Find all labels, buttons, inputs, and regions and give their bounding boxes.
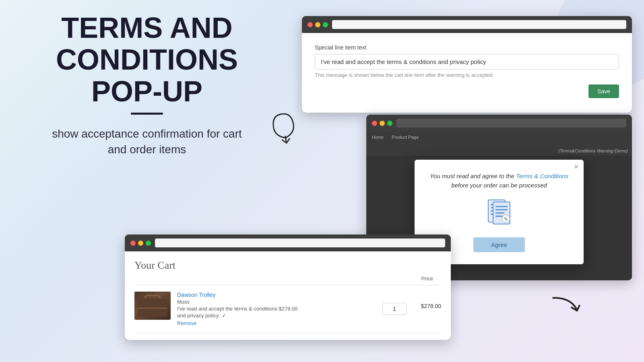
agree-button[interactable]: Agree — [473, 237, 525, 252]
title-line1: TERMS AND — [18, 12, 276, 44]
browser-toolbar-mid — [366, 115, 632, 132]
document-icon: ✎ — [485, 198, 513, 226]
left-panel: TERMS AND CONDITIONS POP-UP show accepta… — [18, 12, 276, 157]
traffic-lights-mid — [372, 121, 392, 126]
field-hint: This message is shown below the cart lin… — [315, 72, 619, 78]
close-button-top[interactable] — [308, 22, 313, 27]
traffic-lights-top — [308, 22, 328, 27]
save-button[interactable]: Save — [588, 84, 619, 98]
close-button-bot[interactable] — [130, 241, 136, 246]
svg-text:✎: ✎ — [504, 216, 508, 222]
price-column-header: Price — [421, 276, 433, 282]
svg-rect-6 — [495, 206, 508, 207]
main-title: TERMS AND CONDITIONS POP-UP — [18, 12, 276, 108]
modal-icon-area: ✎ — [426, 198, 572, 228]
product-variant: Moss — [177, 299, 376, 305]
traffic-lights-bot — [130, 241, 151, 246]
admin-content-top: Special line item text This message is s… — [302, 33, 632, 113]
nav-home[interactable]: Home — [372, 135, 384, 140]
modal-text-after: before your order can be processed — [451, 182, 547, 189]
bag-strap — [138, 308, 167, 309]
remove-item-link[interactable]: Remove — [177, 320, 196, 326]
product-image — [134, 292, 171, 320]
bottom-arrow-icon — [548, 286, 587, 330]
maximize-button-bot[interactable] — [146, 241, 151, 246]
close-button-mid[interactable] — [372, 121, 377, 126]
nav-product[interactable]: Product Page — [392, 135, 419, 140]
store-nav: Home Product Page — [366, 132, 632, 143]
subtitle: show acceptance confirmation for cartand… — [18, 126, 276, 157]
special-line-item-input[interactable] — [315, 54, 619, 70]
cart-content: Your Cart Price Dawson Trolley Moss I've… — [125, 251, 451, 340]
modal-message: You must read and agree to the Terms & C… — [426, 172, 572, 190]
terms-link[interactable]: Terms & Conditions — [516, 173, 568, 179]
browser-toolbar-bot — [125, 234, 451, 251]
warning-demo-label: {Terms&Conditions Warning Demo} — [558, 148, 628, 153]
minimize-button-mid[interactable] — [380, 121, 385, 126]
title-line3: POP-UP — [18, 76, 276, 107]
cart-page-window: Your Cart Price Dawson Trolley Moss I've… — [125, 234, 451, 340]
special-line-item-label: Special line item text — [315, 44, 619, 51]
modal-close-button[interactable]: ✕ — [574, 163, 579, 171]
terms-accepted-text: I've read and accept the terms & conditi… — [177, 306, 376, 312]
minimize-button-bot[interactable] — [138, 241, 143, 246]
svg-rect-8 — [495, 212, 504, 214]
bag-body — [138, 298, 167, 317]
product-details: Dawson Trolley Moss I've read and accept… — [177, 292, 376, 327]
maximize-button-mid[interactable] — [387, 121, 392, 126]
cart-header-row: Price — [134, 276, 441, 285]
browser-toolbar-top — [302, 16, 632, 33]
address-bar-bot[interactable] — [155, 239, 445, 247]
quantity-input[interactable]: 1 — [382, 303, 407, 315]
modal-text-before: You must read and agree to the — [430, 173, 516, 179]
address-bar-mid[interactable] — [396, 119, 626, 128]
admin-settings-window: Special line item text This message is s… — [302, 16, 632, 113]
minimize-button-top[interactable] — [315, 22, 320, 27]
maximize-button-top[interactable] — [323, 22, 328, 27]
address-bar-top[interactable] — [332, 20, 626, 29]
table-row: Dawson Trolley Moss I've read and accept… — [134, 285, 441, 333]
product-name: Dawson Trolley — [177, 292, 376, 298]
title-underline — [131, 113, 163, 115]
terms-accepted-text2: and privacy policy: ✓ — [177, 313, 376, 319]
cart-title: Your Cart — [134, 259, 441, 272]
item-total-price: $278.00 — [413, 303, 441, 309]
title-line2: CONDITIONS — [18, 44, 276, 76]
svg-rect-7 — [495, 209, 508, 210]
